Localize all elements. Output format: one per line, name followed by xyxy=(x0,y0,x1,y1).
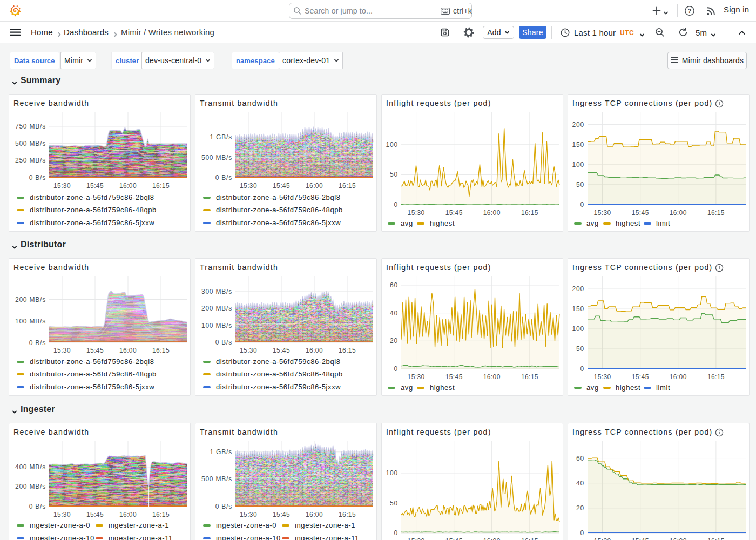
svg-text:?: ? xyxy=(688,8,692,14)
